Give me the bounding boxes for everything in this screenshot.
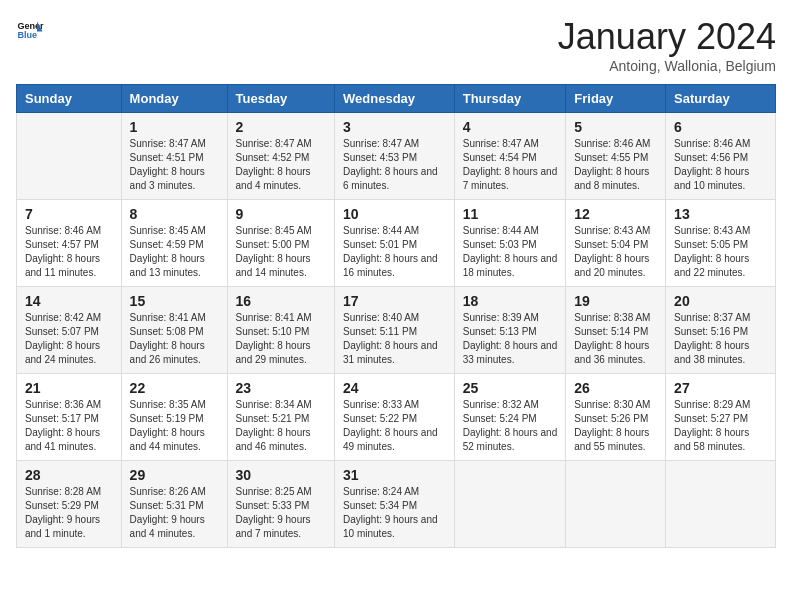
day-number: 23 bbox=[236, 380, 327, 396]
table-row: 22Sunrise: 8:35 AM Sunset: 5:19 PM Dayli… bbox=[121, 374, 227, 461]
table-row: 21Sunrise: 8:36 AM Sunset: 5:17 PM Dayli… bbox=[17, 374, 122, 461]
day-info: Sunrise: 8:47 AM Sunset: 4:51 PM Dayligh… bbox=[130, 137, 219, 193]
day-info: Sunrise: 8:38 AM Sunset: 5:14 PM Dayligh… bbox=[574, 311, 657, 367]
calendar-week-row: 14Sunrise: 8:42 AM Sunset: 5:07 PM Dayli… bbox=[17, 287, 776, 374]
weekday-header-row: Sunday Monday Tuesday Wednesday Thursday… bbox=[17, 85, 776, 113]
day-info: Sunrise: 8:37 AM Sunset: 5:16 PM Dayligh… bbox=[674, 311, 767, 367]
day-number: 1 bbox=[130, 119, 219, 135]
table-row bbox=[566, 461, 666, 548]
table-row: 7Sunrise: 8:46 AM Sunset: 4:57 PM Daylig… bbox=[17, 200, 122, 287]
day-info: Sunrise: 8:24 AM Sunset: 5:34 PM Dayligh… bbox=[343, 485, 446, 541]
logo-icon: General Blue bbox=[16, 16, 44, 44]
day-number: 13 bbox=[674, 206, 767, 222]
day-number: 21 bbox=[25, 380, 113, 396]
calendar-week-row: 21Sunrise: 8:36 AM Sunset: 5:17 PM Dayli… bbox=[17, 374, 776, 461]
day-info: Sunrise: 8:32 AM Sunset: 5:24 PM Dayligh… bbox=[463, 398, 558, 454]
day-info: Sunrise: 8:41 AM Sunset: 5:10 PM Dayligh… bbox=[236, 311, 327, 367]
day-number: 3 bbox=[343, 119, 446, 135]
table-row: 25Sunrise: 8:32 AM Sunset: 5:24 PM Dayli… bbox=[454, 374, 566, 461]
header-friday: Friday bbox=[566, 85, 666, 113]
table-row: 24Sunrise: 8:33 AM Sunset: 5:22 PM Dayli… bbox=[335, 374, 455, 461]
table-row: 23Sunrise: 8:34 AM Sunset: 5:21 PM Dayli… bbox=[227, 374, 335, 461]
table-row: 4Sunrise: 8:47 AM Sunset: 4:54 PM Daylig… bbox=[454, 113, 566, 200]
day-info: Sunrise: 8:46 AM Sunset: 4:56 PM Dayligh… bbox=[674, 137, 767, 193]
day-number: 22 bbox=[130, 380, 219, 396]
day-number: 10 bbox=[343, 206, 446, 222]
day-info: Sunrise: 8:44 AM Sunset: 5:01 PM Dayligh… bbox=[343, 224, 446, 280]
day-number: 24 bbox=[343, 380, 446, 396]
table-row: 14Sunrise: 8:42 AM Sunset: 5:07 PM Dayli… bbox=[17, 287, 122, 374]
day-number: 9 bbox=[236, 206, 327, 222]
day-number: 27 bbox=[674, 380, 767, 396]
table-row: 17Sunrise: 8:40 AM Sunset: 5:11 PM Dayli… bbox=[335, 287, 455, 374]
day-info: Sunrise: 8:43 AM Sunset: 5:04 PM Dayligh… bbox=[574, 224, 657, 280]
day-number: 12 bbox=[574, 206, 657, 222]
table-row: 26Sunrise: 8:30 AM Sunset: 5:26 PM Dayli… bbox=[566, 374, 666, 461]
calendar-week-row: 28Sunrise: 8:28 AM Sunset: 5:29 PM Dayli… bbox=[17, 461, 776, 548]
table-row: 12Sunrise: 8:43 AM Sunset: 5:04 PM Dayli… bbox=[566, 200, 666, 287]
table-row: 10Sunrise: 8:44 AM Sunset: 5:01 PM Dayli… bbox=[335, 200, 455, 287]
header-tuesday: Tuesday bbox=[227, 85, 335, 113]
table-row: 1Sunrise: 8:47 AM Sunset: 4:51 PM Daylig… bbox=[121, 113, 227, 200]
day-info: Sunrise: 8:47 AM Sunset: 4:52 PM Dayligh… bbox=[236, 137, 327, 193]
day-number: 20 bbox=[674, 293, 767, 309]
table-row: 28Sunrise: 8:28 AM Sunset: 5:29 PM Dayli… bbox=[17, 461, 122, 548]
day-info: Sunrise: 8:30 AM Sunset: 5:26 PM Dayligh… bbox=[574, 398, 657, 454]
day-info: Sunrise: 8:40 AM Sunset: 5:11 PM Dayligh… bbox=[343, 311, 446, 367]
day-info: Sunrise: 8:29 AM Sunset: 5:27 PM Dayligh… bbox=[674, 398, 767, 454]
calendar-table: Sunday Monday Tuesday Wednesday Thursday… bbox=[16, 84, 776, 548]
day-number: 2 bbox=[236, 119, 327, 135]
day-info: Sunrise: 8:35 AM Sunset: 5:19 PM Dayligh… bbox=[130, 398, 219, 454]
svg-text:Blue: Blue bbox=[17, 30, 37, 40]
table-row: 29Sunrise: 8:26 AM Sunset: 5:31 PM Dayli… bbox=[121, 461, 227, 548]
day-info: Sunrise: 8:41 AM Sunset: 5:08 PM Dayligh… bbox=[130, 311, 219, 367]
title-area: January 2024 Antoing, Wallonia, Belgium bbox=[558, 16, 776, 74]
day-info: Sunrise: 8:44 AM Sunset: 5:03 PM Dayligh… bbox=[463, 224, 558, 280]
table-row: 20Sunrise: 8:37 AM Sunset: 5:16 PM Dayli… bbox=[666, 287, 776, 374]
day-number: 5 bbox=[574, 119, 657, 135]
day-number: 8 bbox=[130, 206, 219, 222]
day-number: 14 bbox=[25, 293, 113, 309]
table-row: 6Sunrise: 8:46 AM Sunset: 4:56 PM Daylig… bbox=[666, 113, 776, 200]
day-number: 11 bbox=[463, 206, 558, 222]
page-subtitle: Antoing, Wallonia, Belgium bbox=[558, 58, 776, 74]
table-row: 3Sunrise: 8:47 AM Sunset: 4:53 PM Daylig… bbox=[335, 113, 455, 200]
table-row: 15Sunrise: 8:41 AM Sunset: 5:08 PM Dayli… bbox=[121, 287, 227, 374]
table-row: 13Sunrise: 8:43 AM Sunset: 5:05 PM Dayli… bbox=[666, 200, 776, 287]
day-number: 6 bbox=[674, 119, 767, 135]
day-info: Sunrise: 8:33 AM Sunset: 5:22 PM Dayligh… bbox=[343, 398, 446, 454]
table-row: 8Sunrise: 8:45 AM Sunset: 4:59 PM Daylig… bbox=[121, 200, 227, 287]
table-row bbox=[17, 113, 122, 200]
table-row: 16Sunrise: 8:41 AM Sunset: 5:10 PM Dayli… bbox=[227, 287, 335, 374]
day-number: 30 bbox=[236, 467, 327, 483]
table-row: 9Sunrise: 8:45 AM Sunset: 5:00 PM Daylig… bbox=[227, 200, 335, 287]
calendar-week-row: 7Sunrise: 8:46 AM Sunset: 4:57 PM Daylig… bbox=[17, 200, 776, 287]
table-row: 18Sunrise: 8:39 AM Sunset: 5:13 PM Dayli… bbox=[454, 287, 566, 374]
day-number: 17 bbox=[343, 293, 446, 309]
table-row: 31Sunrise: 8:24 AM Sunset: 5:34 PM Dayli… bbox=[335, 461, 455, 548]
day-info: Sunrise: 8:25 AM Sunset: 5:33 PM Dayligh… bbox=[236, 485, 327, 541]
logo: General Blue bbox=[16, 16, 44, 44]
day-number: 16 bbox=[236, 293, 327, 309]
day-info: Sunrise: 8:45 AM Sunset: 4:59 PM Dayligh… bbox=[130, 224, 219, 280]
day-info: Sunrise: 8:26 AM Sunset: 5:31 PM Dayligh… bbox=[130, 485, 219, 541]
day-number: 29 bbox=[130, 467, 219, 483]
table-row: 19Sunrise: 8:38 AM Sunset: 5:14 PM Dayli… bbox=[566, 287, 666, 374]
day-number: 4 bbox=[463, 119, 558, 135]
table-row: 2Sunrise: 8:47 AM Sunset: 4:52 PM Daylig… bbox=[227, 113, 335, 200]
day-info: Sunrise: 8:28 AM Sunset: 5:29 PM Dayligh… bbox=[25, 485, 113, 541]
header-monday: Monday bbox=[121, 85, 227, 113]
calendar-header: Sunday Monday Tuesday Wednesday Thursday… bbox=[17, 85, 776, 113]
calendar-week-row: 1Sunrise: 8:47 AM Sunset: 4:51 PM Daylig… bbox=[17, 113, 776, 200]
day-info: Sunrise: 8:46 AM Sunset: 4:55 PM Dayligh… bbox=[574, 137, 657, 193]
day-number: 25 bbox=[463, 380, 558, 396]
day-info: Sunrise: 8:47 AM Sunset: 4:54 PM Dayligh… bbox=[463, 137, 558, 193]
day-info: Sunrise: 8:46 AM Sunset: 4:57 PM Dayligh… bbox=[25, 224, 113, 280]
day-info: Sunrise: 8:47 AM Sunset: 4:53 PM Dayligh… bbox=[343, 137, 446, 193]
header: General Blue January 2024 Antoing, Wallo… bbox=[16, 16, 776, 74]
day-number: 26 bbox=[574, 380, 657, 396]
day-info: Sunrise: 8:45 AM Sunset: 5:00 PM Dayligh… bbox=[236, 224, 327, 280]
day-info: Sunrise: 8:34 AM Sunset: 5:21 PM Dayligh… bbox=[236, 398, 327, 454]
table-row: 30Sunrise: 8:25 AM Sunset: 5:33 PM Dayli… bbox=[227, 461, 335, 548]
day-number: 28 bbox=[25, 467, 113, 483]
